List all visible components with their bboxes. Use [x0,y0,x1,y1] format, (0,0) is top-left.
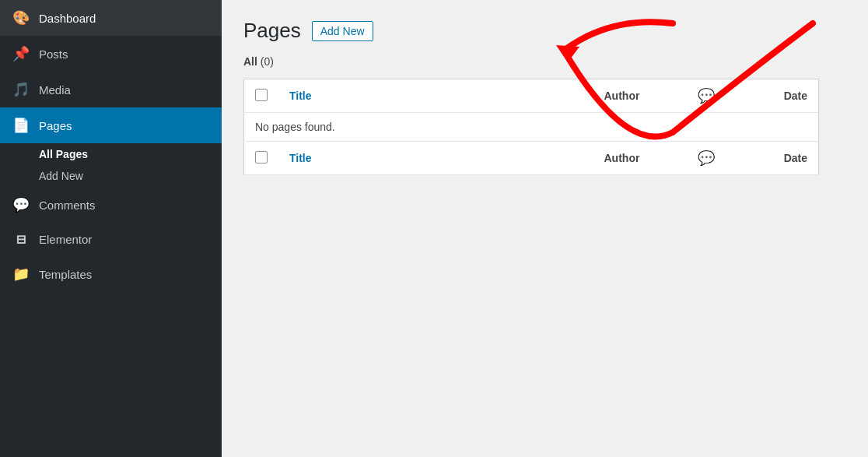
sidebar-label-pages: Pages [39,119,72,132]
sidebar-label-media: Media [39,83,71,97]
sidebar-item-all-pages[interactable]: All Pages [39,143,222,165]
sidebar-item-elementor[interactable]: ⊟ Elementor [0,223,222,256]
filter-all-label: All [243,55,257,68]
pages-icon: 📄 [12,117,30,134]
footer-author: Author [593,142,687,175]
sidebar-label-posts: Posts [39,47,68,61]
sidebar-label-templates: Templates [39,268,92,281]
media-icon: 🎵 [12,81,30,98]
no-pages-message: No pages found. [244,113,819,142]
sidebar-item-templates[interactable]: 📁 Templates [0,256,222,292]
header-checkbox-cell [244,79,279,113]
main-content: Pages Add New All (0) Title Author 💬 Dat… [222,0,868,457]
footer-title-sort-link[interactable]: Title [289,152,312,164]
header-author: Author [593,79,687,113]
sidebar-label-dashboard: Dashboard [39,12,96,25]
header-comments: 💬 [687,79,726,113]
footer-title[interactable]: Title [278,142,593,175]
dashboard-icon: 🎨 [12,9,30,26]
table-footer-row: Title Author 💬 Date [244,142,819,175]
page-title: Pages [243,19,301,43]
posts-icon: 📌 [12,45,30,62]
templates-icon: 📁 [12,265,30,283]
comment-bubble-icon: 💬 [698,88,715,104]
footer-checkbox-cell [244,142,279,175]
pages-table: Title Author 💬 Date No pages found. Titl… [243,79,819,175]
sidebar-item-posts[interactable]: 📌 Posts [0,36,222,72]
header-date: Date [726,79,819,113]
title-sort-link[interactable]: Title [289,90,312,102]
sidebar-sub-pages: All Pages Add New [0,143,222,187]
select-all-checkbox[interactable] [255,89,268,101]
filter-bar: All (0) [243,55,846,68]
footer-date: Date [726,142,819,175]
footer-comment-bubble-icon: 💬 [698,150,715,166]
sidebar: 🎨 Dashboard 📌 Posts 🎵 Media 📄 Pages All … [0,0,222,457]
page-header: Pages Add New [243,19,846,43]
empty-row: No pages found. [244,113,819,142]
sidebar-item-media[interactable]: 🎵 Media [0,72,222,107]
add-new-button[interactable]: Add New [312,21,373,41]
sidebar-item-pages[interactable]: 📄 Pages [0,107,222,143]
filter-all-count: (0) [261,55,274,68]
table-header-row: Title Author 💬 Date [244,79,819,113]
comments-icon: 💬 [12,196,30,213]
footer-select-all-checkbox[interactable] [255,151,268,163]
sidebar-item-add-new-page[interactable]: Add New [39,165,222,187]
header-title[interactable]: Title [278,79,593,113]
sidebar-label-comments: Comments [39,199,96,212]
sidebar-label-elementor: Elementor [39,233,92,246]
sidebar-item-dashboard[interactable]: 🎨 Dashboard [0,0,222,36]
sidebar-item-comments[interactable]: 💬 Comments [0,187,222,223]
elementor-icon: ⊟ [12,232,30,247]
footer-comments: 💬 [687,142,726,175]
